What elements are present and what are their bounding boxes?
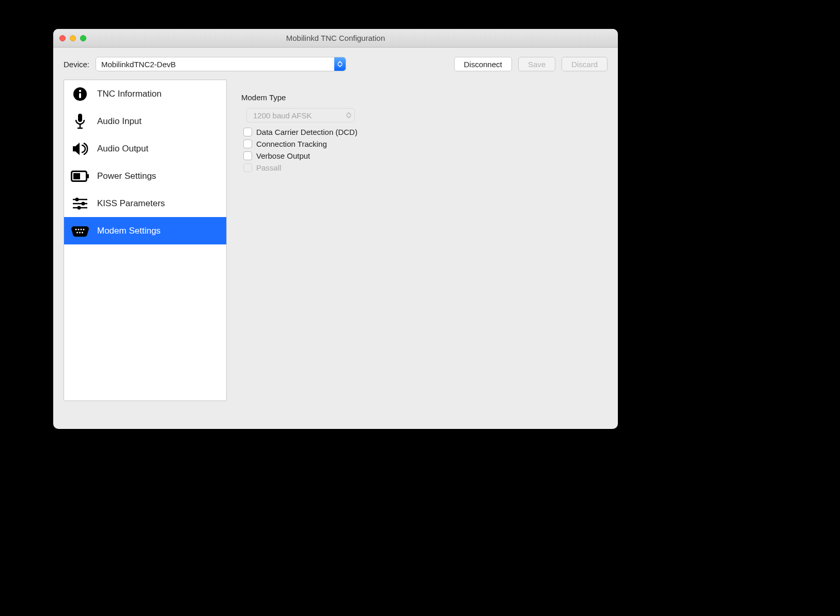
- top-row: Device: MobilinkdTNC2-DevB Disconnect Sa…: [64, 57, 608, 71]
- sidebar-item-label: Power Settings: [97, 171, 156, 181]
- speaker-icon: [70, 141, 90, 157]
- sidebar-item-label: Audio Input: [97, 116, 142, 127]
- svg-point-16: [78, 228, 80, 230]
- sidebar-item-modem-settings[interactable]: Modem Settings: [64, 217, 226, 244]
- sidebar-item-label: TNC Information: [97, 89, 162, 99]
- svg-point-18: [83, 228, 85, 230]
- sidebar-item-audio-output[interactable]: Audio Output: [64, 135, 226, 162]
- connection-tracking-label: Connection Tracking: [256, 140, 327, 148]
- save-button: Save: [518, 57, 555, 71]
- device-select-value: MobilinkdTNC2-DevB: [101, 60, 176, 69]
- sidebar: TNC Information Audio Input Audio Output: [64, 80, 227, 401]
- verbose-output-checkbox-row: Verbose Output: [243, 151, 608, 160]
- discard-button: Discard: [562, 57, 608, 71]
- traffic-lights: [53, 35, 86, 41]
- passall-checkbox-row: Passall: [243, 163, 608, 172]
- sidebar-item-label: Audio Output: [97, 144, 148, 154]
- window-title: Mobilinkd TNC Configuration: [53, 34, 618, 42]
- sidebar-item-label: Modem Settings: [97, 226, 161, 236]
- main-row: TNC Information Audio Input Audio Output: [64, 80, 608, 401]
- modem-type-value: 1200 baud AFSK: [253, 111, 312, 120]
- svg-point-10: [75, 197, 79, 201]
- disconnect-label: Disconnect: [464, 60, 502, 69]
- sidebar-item-audio-input[interactable]: Audio Input: [64, 107, 226, 135]
- connection-tracking-checkbox-row: Connection Tracking: [243, 140, 608, 148]
- passall-checkbox: [243, 163, 252, 172]
- updown-icon: [334, 57, 346, 71]
- connection-tracking-checkbox[interactable]: [243, 140, 252, 148]
- svg-rect-7: [87, 174, 89, 178]
- dcd-checkbox[interactable]: [243, 128, 252, 136]
- device-select[interactable]: MobilinkdTNC2-DevB: [96, 57, 346, 71]
- modem-type-label: Modem Type: [241, 93, 608, 102]
- device-label: Device:: [64, 60, 89, 69]
- svg-point-17: [81, 228, 82, 230]
- updown-icon: [346, 109, 351, 122]
- passall-label: Passall: [256, 163, 281, 172]
- svg-rect-8: [73, 173, 80, 179]
- app-window: Mobilinkd TNC Configuration Device: Mobi…: [53, 29, 618, 429]
- mic-icon: [70, 113, 90, 130]
- svg-point-20: [79, 232, 81, 233]
- save-label: Save: [528, 60, 546, 69]
- svg-point-19: [76, 232, 78, 233]
- maximize-icon[interactable]: [80, 35, 86, 41]
- svg-rect-2: [79, 93, 81, 98]
- titlebar: Mobilinkd TNC Configuration: [53, 29, 618, 48]
- close-icon[interactable]: [59, 35, 66, 41]
- sidebar-item-kiss-parameters[interactable]: KISS Parameters: [64, 190, 226, 217]
- content: Device: MobilinkdTNC2-DevB Disconnect Sa…: [53, 48, 618, 411]
- modem-settings-panel: Modem Type 1200 baud AFSK Data Carrier D…: [241, 80, 608, 401]
- verbose-output-checkbox[interactable]: [243, 151, 252, 160]
- svg-point-15: [75, 228, 77, 230]
- verbose-output-label: Verbose Output: [256, 151, 310, 160]
- sidebar-item-power-settings[interactable]: Power Settings: [64, 162, 226, 190]
- minimize-icon[interactable]: [70, 35, 76, 41]
- svg-point-12: [82, 202, 85, 205]
- svg-point-21: [82, 232, 83, 233]
- svg-rect-3: [78, 114, 82, 122]
- sidebar-item-label: KISS Parameters: [97, 198, 165, 209]
- battery-icon: [70, 171, 90, 182]
- dcd-checkbox-row: Data Carrier Detection (DCD): [243, 128, 608, 136]
- info-icon: [70, 86, 90, 102]
- disconnect-button[interactable]: Disconnect: [454, 57, 512, 71]
- modem-type-select: 1200 baud AFSK: [246, 108, 355, 122]
- discard-label: Discard: [571, 60, 598, 69]
- sidebar-item-tnc-information[interactable]: TNC Information: [64, 80, 226, 107]
- svg-point-1: [79, 89, 81, 91]
- svg-point-14: [77, 206, 81, 209]
- serial-port-icon: [70, 225, 90, 237]
- dcd-label: Data Carrier Detection (DCD): [256, 128, 357, 136]
- sliders-icon: [70, 197, 90, 210]
